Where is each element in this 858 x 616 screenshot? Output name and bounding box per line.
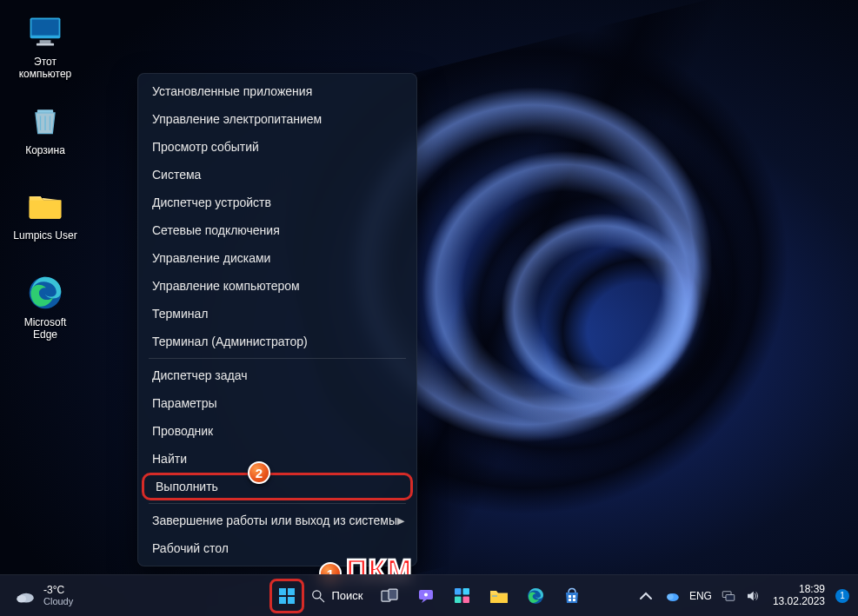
desktop-icon-recycle-bin[interactable]: Корзина — [9, 101, 82, 156]
svg-rect-11 — [287, 597, 294, 604]
ctx-item-device-manager[interactable]: Диспетчер устройств — [138, 189, 416, 216]
svg-point-17 — [424, 593, 428, 596]
ctx-item-search[interactable]: Найти — [138, 445, 416, 473]
svg-point-30 — [667, 593, 674, 599]
svg-rect-10 — [278, 597, 285, 604]
ctx-item-installed-apps[interactable]: Установленные приложения — [138, 77, 416, 105]
desktop-icon-label: Microsoft Edge — [24, 316, 67, 341]
ctx-item-computer-management[interactable]: Управление компьютером — [138, 272, 416, 300]
svg-rect-21 — [462, 596, 469, 603]
svg-rect-19 — [462, 588, 469, 595]
search-icon — [309, 587, 326, 605]
ctx-separator — [149, 358, 406, 359]
taskbar-edge[interactable] — [518, 579, 553, 613]
desktop-icon-user-folder[interactable]: Lumpics User — [9, 186, 82, 242]
annotation-badge-2: 2 — [248, 461, 270, 484]
taskbar-file-explorer[interactable] — [482, 579, 516, 613]
edge-icon — [25, 273, 65, 313]
svg-rect-9 — [287, 588, 294, 595]
svg-rect-15 — [389, 589, 397, 599]
folder-icon — [25, 186, 65, 226]
chevron-up-icon — [635, 586, 656, 606]
onedrive-icon — [665, 588, 681, 604]
taskbar-weather-widget[interactable]: -3°C Cloudy — [9, 585, 78, 607]
ctx-item-task-manager[interactable]: Диспетчер задач — [138, 361, 416, 389]
chevron-right-icon: ▶ — [397, 515, 404, 527]
desktop-icon-label: Корзина — [25, 144, 65, 156]
search-label: Поиск — [331, 589, 362, 602]
task-view-icon — [379, 586, 400, 606]
network-icon — [721, 588, 736, 604]
svg-line-13 — [320, 598, 324, 602]
ctx-item-disk-management[interactable]: Управление дисками — [138, 244, 416, 272]
ctx-item-run[interactable]: Выполнить — [142, 473, 413, 500]
start-context-menu: Установленные приложения Управление элек… — [137, 73, 417, 566]
svg-rect-4 — [37, 109, 53, 113]
taskbar-task-view[interactable] — [372, 579, 407, 613]
ctx-separator — [149, 503, 406, 504]
file-explorer-icon — [489, 586, 509, 606]
taskbar-clock[interactable]: 18:39 13.02.2023 — [768, 584, 830, 608]
tray-overflow[interactable] — [634, 579, 658, 613]
ctx-item-event-viewer[interactable]: Просмотр событий — [138, 133, 416, 161]
weather-text: -3°C Cloudy — [43, 585, 73, 606]
svg-rect-2 — [40, 40, 51, 43]
desktop-icon-label: Этот компьютер — [19, 56, 72, 81]
recycle-bin-icon — [25, 101, 65, 141]
ctx-item-network-connections[interactable]: Сетевые подключения — [138, 216, 416, 244]
svg-rect-18 — [455, 588, 462, 595]
desktop-icon-edge[interactable]: Microsoft Edge — [9, 273, 82, 341]
svg-rect-20 — [455, 596, 462, 603]
monitor-icon — [25, 12, 65, 52]
tray-language[interactable]: ENG — [689, 590, 712, 602]
chat-icon — [416, 586, 436, 606]
ctx-item-settings[interactable]: Параметры — [138, 389, 416, 417]
svg-point-12 — [312, 590, 320, 598]
taskbar-store[interactable] — [555, 579, 589, 613]
widgets-icon — [452, 586, 473, 606]
windows-start-icon — [276, 586, 296, 606]
ctx-item-terminal-admin[interactable]: Терминал (Администратор) — [138, 328, 416, 355]
taskbar: -3°C Cloudy Поиск — [0, 574, 858, 616]
taskbar-widgets[interactable] — [445, 579, 480, 613]
taskbar-search[interactable]: Поиск — [305, 579, 369, 613]
notification-badge[interactable]: 1 — [835, 589, 849, 603]
volume-icon — [745, 588, 761, 604]
svg-rect-1 — [31, 19, 58, 35]
system-tray[interactable]: ENG — [662, 588, 764, 604]
svg-rect-23 — [492, 595, 497, 596]
svg-rect-8 — [278, 588, 285, 595]
ctx-item-shutdown-signout[interactable]: Завершение работы или выход из системы ▶ — [138, 507, 416, 534]
ctx-item-power-management[interactable]: Управление электропитанием — [138, 105, 416, 133]
svg-rect-3 — [37, 43, 54, 46]
ctx-item-terminal[interactable]: Терминал — [138, 300, 416, 328]
weather-cloud-icon — [14, 585, 37, 607]
svg-rect-27 — [569, 599, 571, 601]
taskbar-chat[interactable] — [409, 579, 443, 613]
store-icon — [562, 586, 582, 606]
ctx-item-system[interactable]: Система — [138, 161, 416, 189]
svg-rect-32 — [726, 594, 735, 600]
svg-point-7 — [17, 594, 26, 602]
ctx-item-explorer[interactable]: Проводник — [138, 417, 416, 445]
svg-rect-25 — [569, 595, 571, 598]
svg-rect-28 — [573, 599, 575, 601]
svg-rect-26 — [573, 595, 575, 598]
edge-icon — [525, 586, 546, 606]
start-button[interactable] — [269, 579, 303, 613]
desktop-icon-this-pc[interactable]: Этот компьютер — [9, 12, 82, 81]
desktop-icon-label: Lumpics User — [13, 229, 76, 242]
